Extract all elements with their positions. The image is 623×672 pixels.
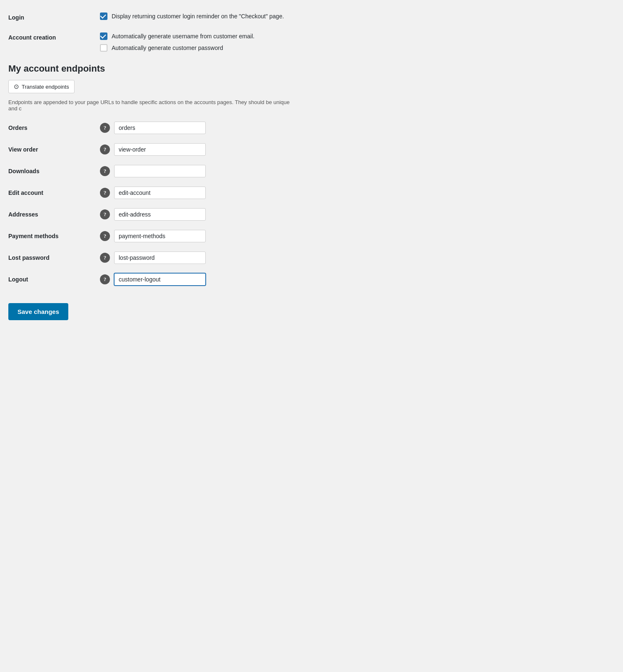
orders-help-icon[interactable]: ?: [100, 123, 110, 133]
payment-methods-help-icon[interactable]: ?: [100, 231, 110, 241]
endpoint-label-view-order: View order: [8, 146, 100, 153]
my-account-endpoints-section: My account endpoints ⊙ Translate endpoin…: [8, 63, 408, 286]
endpoint-label-orders: Orders: [8, 124, 100, 131]
addresses-input[interactable]: [114, 208, 206, 221]
edit-account-help-icon[interactable]: ?: [100, 188, 110, 198]
payment-methods-input[interactable]: [114, 230, 206, 242]
logout-input[interactable]: [114, 273, 206, 286]
translate-icon: ⊙: [14, 83, 19, 90]
endpoint-label-lost-password: Lost password: [8, 254, 100, 261]
endpoint-label-downloads: Downloads: [8, 168, 100, 174]
endpoint-row-edit-account: Edit account ?: [8, 187, 408, 199]
login-row: Login Display returning customer login r…: [8, 12, 408, 21]
auto-generate-username-label: Automatically generate username from cus…: [112, 33, 254, 40]
endpoints-description: Endpoints are appended to your page URLs…: [8, 99, 300, 112]
login-checkbox-row: Display returning customer login reminde…: [100, 12, 284, 20]
endpoint-row-addresses: Addresses ?: [8, 208, 408, 221]
login-checkbox-label: Display returning customer login reminde…: [112, 13, 284, 20]
translate-endpoints-button[interactable]: ⊙ Translate endpoints: [8, 80, 75, 93]
account-creation-row: Account creation Automatically generate …: [8, 32, 408, 52]
endpoint-row-payment-methods: Payment methods ?: [8, 230, 408, 242]
endpoint-label-addresses: Addresses: [8, 211, 100, 218]
endpoint-row-logout: Logout ?: [8, 273, 408, 286]
account-creation-label: Account creation: [8, 32, 100, 41]
endpoint-label-payment-methods: Payment methods: [8, 233, 100, 239]
endpoint-label-logout: Logout: [8, 276, 100, 283]
view-order-input[interactable]: [114, 143, 206, 156]
login-checkbox[interactable]: [100, 12, 107, 20]
settings-container: Login Display returning customer login r…: [8, 12, 408, 320]
edit-account-input[interactable]: [114, 187, 206, 199]
endpoint-label-edit-account: Edit account: [8, 189, 100, 196]
orders-input[interactable]: [114, 122, 206, 134]
view-order-help-icon[interactable]: ?: [100, 144, 110, 154]
auto-generate-username-checkbox[interactable]: [100, 32, 107, 40]
endpoint-row-orders: Orders ?: [8, 122, 408, 134]
login-control: Display returning customer login reminde…: [100, 12, 284, 20]
lost-password-input[interactable]: [114, 251, 206, 264]
logout-help-icon[interactable]: ?: [100, 274, 110, 284]
auto-generate-password-checkbox[interactable]: [100, 44, 107, 52]
endpoint-row-lost-password: Lost password ?: [8, 251, 408, 264]
section-title: My account endpoints: [8, 63, 408, 74]
auto-generate-password-label: Automatically generate customer password: [112, 45, 223, 51]
account-creation-control: Automatically generate username from cus…: [100, 32, 254, 52]
login-label: Login: [8, 12, 100, 21]
addresses-help-icon[interactable]: ?: [100, 209, 110, 219]
downloads-input[interactable]: [114, 165, 206, 177]
translate-btn-label: Translate endpoints: [22, 84, 69, 90]
lost-password-help-icon[interactable]: ?: [100, 253, 110, 263]
account-creation-checkbox-row-1: Automatically generate username from cus…: [100, 32, 254, 40]
save-changes-button[interactable]: Save changes: [8, 303, 68, 320]
endpoint-row-view-order: View order ?: [8, 143, 408, 156]
downloads-help-icon[interactable]: ?: [100, 166, 110, 176]
account-creation-checkbox-row-2: Automatically generate customer password: [100, 44, 254, 52]
endpoint-row-downloads: Downloads ?: [8, 165, 408, 177]
